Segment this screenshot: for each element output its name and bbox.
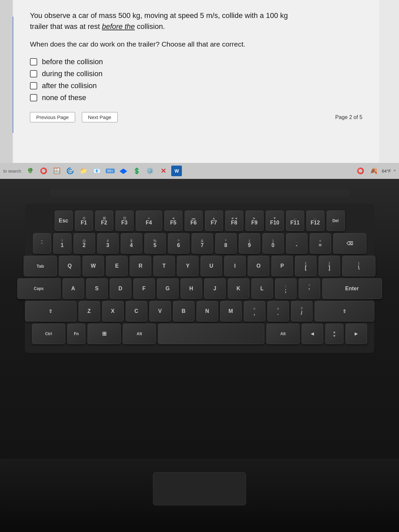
key-f10[interactable]: ▼F10	[266, 210, 284, 231]
key-tab[interactable]: Tab	[24, 256, 57, 276]
key-f2[interactable]: ⊞F2	[95, 210, 113, 231]
key-r[interactable]: R	[130, 256, 151, 276]
key-slash[interactable]: ?/	[291, 301, 313, 322]
trackpad[interactable]	[153, 472, 246, 505]
key-y[interactable]: Y	[177, 256, 199, 276]
choice-before[interactable]: before the collision	[30, 58, 362, 66]
key-l[interactable]: L	[251, 278, 273, 299]
taskbar-chevron-icon[interactable]: ^	[394, 169, 396, 174]
key-6[interactable]: ^6	[168, 233, 190, 254]
key-x[interactable]: X	[102, 301, 124, 322]
key-bracket-right[interactable]: }]	[319, 256, 340, 276]
checkbox-after[interactable]	[30, 82, 37, 89]
taskbar-settings-icon[interactable]: ⚙️	[145, 166, 155, 176]
key-escape[interactable]: Esc	[55, 210, 73, 231]
key-comma[interactable]: <,	[244, 301, 265, 322]
key-4[interactable]: $4	[121, 233, 142, 254]
taskbar-mail-icon[interactable]: 📧	[91, 166, 102, 176]
checkbox-none[interactable]	[30, 94, 37, 101]
key-f[interactable]: F	[133, 278, 155, 299]
key-b[interactable]: B	[173, 301, 195, 322]
key-ctrl-left[interactable]: Ctrl	[32, 324, 65, 344]
key-8[interactable]: *8	[215, 233, 237, 254]
key-7[interactable]: &7	[192, 233, 213, 254]
key-5[interactable]: %5	[144, 233, 166, 254]
taskbar-dropbox-icon[interactable]	[118, 166, 129, 176]
choice-after[interactable]: after the collision	[30, 81, 362, 90]
taskbar-circle-icon[interactable]: ⭕	[355, 166, 366, 176]
key-k[interactable]: K	[228, 278, 249, 299]
key-a[interactable]: A	[63, 278, 84, 299]
taskbar-search-button[interactable]: ⭕	[38, 166, 49, 176]
key-9[interactable]: (9	[239, 233, 260, 254]
key-o[interactable]: O	[248, 256, 269, 276]
key-z[interactable]: Z	[78, 301, 100, 322]
key-d[interactable]: D	[110, 278, 131, 299]
key-t[interactable]: T	[153, 256, 175, 276]
key-equals[interactable]: +=	[310, 233, 331, 254]
key-f4[interactable]: ≡F4	[136, 210, 162, 231]
choice-during[interactable]: during the collision	[30, 69, 362, 78]
checkbox-before[interactable]	[30, 58, 37, 66]
key-u[interactable]: U	[200, 256, 222, 276]
key-j[interactable]: J	[204, 278, 226, 299]
taskbar-word-icon[interactable]: W	[171, 166, 182, 176]
key-alt-right[interactable]: Alt	[266, 324, 300, 344]
key-shift-left[interactable]: ⇧	[25, 301, 76, 322]
key-alt-left[interactable]: Alt	[123, 324, 156, 344]
key-p[interactable]: P	[271, 256, 293, 276]
prev-page-button[interactable]: Previous Page	[30, 112, 75, 122]
key-f1[interactable]: ⊙F1	[75, 210, 93, 231]
key-2[interactable]: @2	[73, 233, 95, 254]
key-f6[interactable]: ▬F6	[185, 210, 203, 231]
key-enter[interactable]: Enter	[322, 278, 382, 299]
key-arrow-up-down[interactable]: ▲▼	[325, 324, 343, 344]
taskbar-dollar-icon[interactable]: 💲	[131, 166, 142, 176]
key-tilde[interactable]: ~`	[33, 233, 51, 254]
key-s[interactable]: S	[86, 278, 108, 299]
key-i[interactable]: I	[224, 256, 246, 276]
taskbar-windows-button[interactable]: 🪟	[52, 166, 62, 176]
key-delete[interactable]: Del	[327, 210, 345, 231]
key-semicolon[interactable]: :;	[275, 278, 297, 299]
key-3[interactable]: #3	[97, 233, 119, 254]
taskbar-app-icon-bird[interactable]	[25, 166, 36, 176]
key-fn[interactable]: Fn	[67, 324, 85, 344]
taskbar-edge-icon[interactable]	[65, 166, 75, 176]
key-f9[interactable]: ►F9	[245, 210, 264, 231]
key-f7[interactable]: ▲F7	[205, 210, 223, 231]
choice-none[interactable]: none of these	[30, 93, 362, 102]
taskbar-badge-icon[interactable]: 99+	[105, 166, 115, 176]
taskbar-folder-icon[interactable]: 📁	[78, 166, 89, 176]
key-space[interactable]	[158, 324, 264, 344]
next-page-button[interactable]: Next Page	[82, 112, 118, 122]
key-n[interactable]: N	[197, 301, 218, 322]
key-caps[interactable]: Caps	[17, 278, 61, 299]
checkbox-during[interactable]	[30, 70, 37, 77]
key-q[interactable]: Q	[59, 256, 80, 276]
key-period[interactable]: >.	[267, 301, 289, 322]
key-arrow-right[interactable]: ►	[345, 324, 367, 344]
key-e[interactable]: E	[106, 256, 128, 276]
key-m[interactable]: M	[220, 301, 242, 322]
key-minus[interactable]: _-	[286, 233, 308, 254]
key-1[interactable]: !1	[53, 233, 71, 254]
key-c[interactable]: C	[126, 301, 147, 322]
key-f11[interactable]: …F11	[286, 210, 304, 231]
key-h[interactable]: H	[181, 278, 202, 299]
key-w[interactable]: W	[82, 256, 104, 276]
key-f3[interactable]: ⊡F3	[115, 210, 134, 231]
key-f5[interactable]: ◄F5	[164, 210, 183, 231]
key-bracket-left[interactable]: {[	[295, 256, 317, 276]
taskbar-x-icon[interactable]: ✕	[158, 166, 169, 176]
key-windows[interactable]: ⊞	[87, 324, 121, 344]
key-0[interactable]: )0	[262, 233, 284, 254]
key-f12[interactable]: …F12	[306, 210, 325, 231]
key-f8[interactable]: ◄◄F8	[225, 210, 243, 231]
taskbar-weather-icon[interactable]: 🍂	[368, 166, 379, 176]
key-backspace[interactable]: ⌫	[333, 233, 366, 254]
key-backslash[interactable]: |\	[342, 256, 375, 276]
key-shift-right[interactable]: ⇧	[315, 301, 374, 322]
key-quote[interactable]: "'	[299, 278, 320, 299]
key-g[interactable]: G	[157, 278, 179, 299]
